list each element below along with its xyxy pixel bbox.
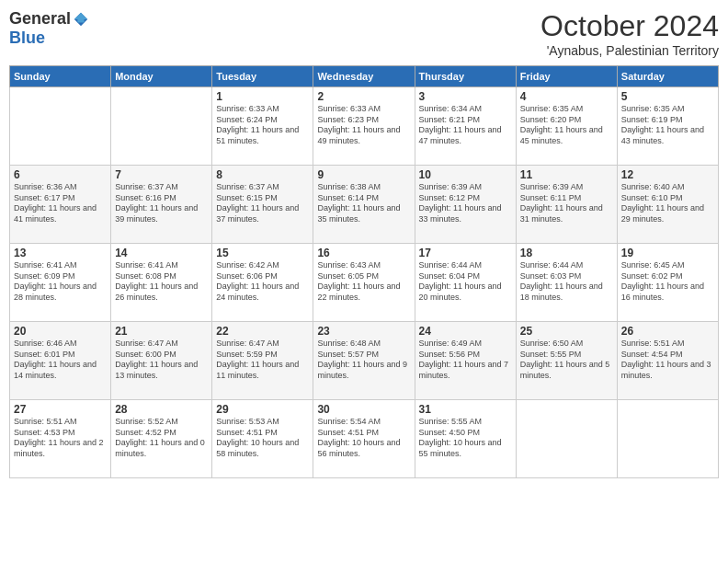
day-number: 1	[216, 90, 309, 103]
calendar-cell: 19Sunrise: 6:45 AMSunset: 6:02 PMDayligh…	[617, 244, 718, 322]
day-number: 27	[14, 403, 107, 416]
calendar-cell	[111, 87, 212, 166]
day-number: 9	[317, 168, 410, 181]
calendar-table: SundayMondayTuesdayWednesdayThursdayFrid…	[9, 65, 719, 478]
calendar-cell: 13Sunrise: 6:41 AMSunset: 6:09 PMDayligh…	[10, 244, 111, 322]
day-info: Sunrise: 6:46 AMSunset: 6:01 PMDaylight:…	[14, 339, 107, 382]
day-number: 30	[317, 403, 410, 416]
day-info: Sunrise: 6:47 AMSunset: 5:59 PMDaylight:…	[216, 339, 309, 382]
calendar-cell: 28Sunrise: 5:52 AMSunset: 4:52 PMDayligh…	[111, 400, 212, 478]
calendar-cell: 18Sunrise: 6:44 AMSunset: 6:03 PMDayligh…	[516, 244, 617, 322]
month-title: October 2024	[540, 9, 719, 43]
day-info: Sunrise: 6:39 AMSunset: 6:11 PMDaylight:…	[520, 182, 613, 225]
day-info: Sunrise: 6:49 AMSunset: 5:56 PMDaylight:…	[419, 339, 512, 382]
day-info: Sunrise: 6:39 AMSunset: 6:12 PMDaylight:…	[419, 182, 512, 225]
day-number: 4	[520, 90, 613, 103]
calendar-cell	[10, 87, 111, 166]
calendar-cell	[516, 400, 617, 478]
calendar-week-4: 20Sunrise: 6:46 AMSunset: 6:01 PMDayligh…	[10, 322, 719, 400]
day-number: 20	[14, 325, 107, 338]
calendar-cell: 14Sunrise: 6:41 AMSunset: 6:08 PMDayligh…	[111, 244, 212, 322]
calendar-cell: 30Sunrise: 5:54 AMSunset: 4:51 PMDayligh…	[313, 400, 415, 478]
calendar-cell: 11Sunrise: 6:39 AMSunset: 6:11 PMDayligh…	[516, 166, 617, 244]
col-header-wednesday: Wednesday	[313, 66, 415, 87]
calendar-cell: 26Sunrise: 5:51 AMSunset: 4:54 PMDayligh…	[617, 322, 718, 400]
day-info: Sunrise: 6:33 AMSunset: 6:24 PMDaylight:…	[216, 104, 309, 147]
day-info: Sunrise: 6:44 AMSunset: 6:04 PMDaylight:…	[419, 260, 512, 304]
day-number: 26	[621, 325, 714, 338]
day-info: Sunrise: 6:34 AMSunset: 6:21 PMDaylight:…	[419, 104, 512, 147]
calendar-cell: 4Sunrise: 6:35 AMSunset: 6:20 PMDaylight…	[516, 87, 617, 166]
calendar-cell: 31Sunrise: 5:55 AMSunset: 4:50 PMDayligh…	[415, 400, 516, 478]
calendar-cell: 8Sunrise: 6:37 AMSunset: 6:15 PMDaylight…	[212, 166, 313, 244]
col-header-saturday: Saturday	[617, 66, 718, 87]
calendar-cell: 1Sunrise: 6:33 AMSunset: 6:24 PMDaylight…	[212, 87, 313, 166]
day-number: 12	[621, 168, 714, 181]
day-info: Sunrise: 5:55 AMSunset: 4:50 PMDaylight:…	[419, 417, 512, 460]
day-number: 2	[317, 90, 410, 103]
day-number: 6	[14, 168, 107, 181]
calendar-cell: 16Sunrise: 6:43 AMSunset: 6:05 PMDayligh…	[313, 244, 415, 322]
day-info: Sunrise: 5:51 AMSunset: 4:54 PMDaylight:…	[621, 339, 714, 382]
calendar-week-5: 27Sunrise: 5:51 AMSunset: 4:53 PMDayligh…	[10, 400, 719, 478]
logo: General Blue	[9, 9, 89, 48]
day-number: 29	[216, 403, 309, 416]
day-number: 31	[419, 403, 512, 416]
day-info: Sunrise: 6:37 AMSunset: 6:15 PMDaylight:…	[216, 182, 309, 225]
day-number: 17	[419, 247, 512, 259]
day-info: Sunrise: 6:35 AMSunset: 6:20 PMDaylight:…	[520, 104, 613, 147]
page-header: General Blue October 2024 'Aynabus, Pale…	[9, 9, 719, 58]
calendar-cell: 9Sunrise: 6:38 AMSunset: 6:14 PMDaylight…	[313, 166, 415, 244]
day-info: Sunrise: 6:48 AMSunset: 5:57 PMDaylight:…	[317, 339, 410, 382]
calendar-header-row: SundayMondayTuesdayWednesdayThursdayFrid…	[10, 66, 719, 87]
day-number: 15	[216, 247, 309, 259]
calendar-week-3: 13Sunrise: 6:41 AMSunset: 6:09 PMDayligh…	[10, 244, 719, 322]
day-info: Sunrise: 6:33 AMSunset: 6:23 PMDaylight:…	[317, 104, 410, 147]
day-info: Sunrise: 6:40 AMSunset: 6:10 PMDaylight:…	[621, 182, 714, 225]
day-info: Sunrise: 6:50 AMSunset: 5:55 PMDaylight:…	[520, 339, 613, 382]
day-number: 7	[115, 168, 208, 181]
day-number: 23	[317, 325, 410, 338]
day-info: Sunrise: 6:42 AMSunset: 6:06 PMDaylight:…	[216, 260, 309, 304]
logo-general: General	[9, 9, 71, 29]
calendar-cell: 21Sunrise: 6:47 AMSunset: 6:00 PMDayligh…	[111, 322, 212, 400]
calendar-cell	[617, 400, 718, 478]
day-info: Sunrise: 6:41 AMSunset: 6:09 PMDaylight:…	[14, 260, 107, 304]
col-header-friday: Friday	[516, 66, 617, 87]
calendar-cell: 2Sunrise: 6:33 AMSunset: 6:23 PMDaylight…	[313, 87, 415, 166]
day-number: 8	[216, 168, 309, 181]
location-title: 'Aynabus, Palestinian Territory	[540, 43, 719, 58]
col-header-thursday: Thursday	[415, 66, 516, 87]
day-info: Sunrise: 5:52 AMSunset: 4:52 PMDaylight:…	[115, 417, 208, 460]
calendar-cell: 29Sunrise: 5:53 AMSunset: 4:51 PMDayligh…	[212, 400, 313, 478]
day-number: 14	[115, 247, 208, 259]
calendar-week-1: 1Sunrise: 6:33 AMSunset: 6:24 PMDaylight…	[10, 87, 719, 166]
day-info: Sunrise: 6:44 AMSunset: 6:03 PMDaylight:…	[520, 260, 613, 304]
logo-icon	[73, 11, 89, 28]
day-number: 18	[520, 247, 613, 259]
calendar-cell: 22Sunrise: 6:47 AMSunset: 5:59 PMDayligh…	[212, 322, 313, 400]
day-number: 24	[419, 325, 512, 338]
day-number: 19	[621, 247, 714, 259]
calendar-cell: 5Sunrise: 6:35 AMSunset: 6:19 PMDaylight…	[617, 87, 718, 166]
day-number: 25	[520, 325, 613, 338]
logo-blue: Blue	[9, 29, 45, 47]
calendar-week-2: 6Sunrise: 6:36 AMSunset: 6:17 PMDaylight…	[10, 166, 719, 244]
col-header-tuesday: Tuesday	[212, 66, 313, 87]
day-info: Sunrise: 5:53 AMSunset: 4:51 PMDaylight:…	[216, 417, 309, 460]
calendar-cell: 12Sunrise: 6:40 AMSunset: 6:10 PMDayligh…	[617, 166, 718, 244]
day-number: 28	[115, 403, 208, 416]
day-number: 21	[115, 325, 208, 338]
day-number: 22	[216, 325, 309, 338]
day-number: 11	[520, 168, 613, 181]
day-number: 5	[621, 90, 714, 103]
day-info: Sunrise: 6:38 AMSunset: 6:14 PMDaylight:…	[317, 182, 410, 225]
day-info: Sunrise: 5:51 AMSunset: 4:53 PMDaylight:…	[14, 417, 107, 460]
title-block: October 2024 'Aynabus, Palestinian Terri…	[540, 9, 719, 58]
day-info: Sunrise: 6:47 AMSunset: 6:00 PMDaylight:…	[115, 339, 208, 382]
day-info: Sunrise: 6:45 AMSunset: 6:02 PMDaylight:…	[621, 260, 714, 304]
calendar-cell: 27Sunrise: 5:51 AMSunset: 4:53 PMDayligh…	[10, 400, 111, 478]
calendar-cell: 17Sunrise: 6:44 AMSunset: 6:04 PMDayligh…	[415, 244, 516, 322]
calendar-cell: 25Sunrise: 6:50 AMSunset: 5:55 PMDayligh…	[516, 322, 617, 400]
day-number: 13	[14, 247, 107, 259]
